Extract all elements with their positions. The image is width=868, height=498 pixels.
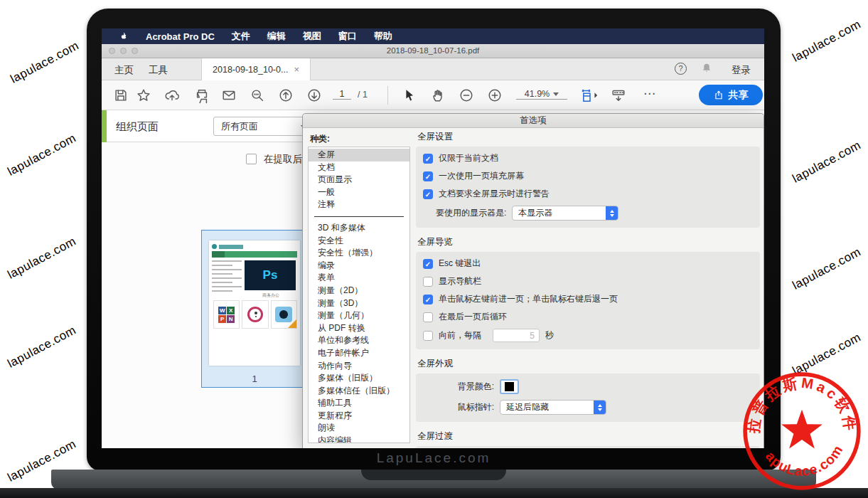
watermark: lapulace.com	[791, 17, 864, 65]
auto-advance-label: 向前，每隔	[439, 329, 481, 341]
mouse-cursor-dropdown[interactable]: 延迟后隐藏	[500, 400, 606, 415]
checkbox-esc-exit[interactable]: ✓	[423, 259, 433, 269]
previous-view-icon[interactable]	[278, 88, 294, 103]
page-thumbnail-selected[interactable]: Ps 商务办公 W X P N	[201, 230, 308, 388]
category-item[interactable]: 测量（3D）	[309, 297, 409, 310]
watermark: lapulace.com	[791, 138, 864, 186]
section-title-fullscreen-setup: 全屏设置	[417, 131, 760, 143]
tab-document[interactable]: 2018-09-18_10-0... ×	[201, 58, 311, 80]
watermark: lapulace.com	[6, 234, 79, 282]
page-range-dropdown[interactable]: 所有页面	[213, 117, 313, 136]
category-item[interactable]: 3D 和多媒体	[309, 222, 409, 235]
photoshop-banner: Ps	[245, 260, 296, 290]
menu-help[interactable]: 帮助	[374, 30, 392, 43]
checkbox-show-navbar[interactable]	[423, 277, 433, 287]
category-item[interactable]: 更新程序	[309, 410, 409, 423]
tab-close-icon[interactable]: ×	[294, 64, 299, 75]
cloud-upload-icon[interactable]	[164, 88, 180, 103]
fullscreen-appearance-group: 背景颜色: 鼠标指针: 延迟后隐藏	[416, 374, 760, 422]
checkbox-label: 文档要求全屏显示时进行警告	[439, 188, 550, 200]
bell-icon[interactable]	[700, 62, 713, 75]
more-tools-button[interactable]: ⋯	[643, 86, 656, 101]
tab-home[interactable]: 主页	[114, 64, 134, 77]
background-color-swatch[interactable]	[500, 379, 519, 394]
category-item[interactable]: 测量（几何）	[309, 309, 409, 322]
select-tool-icon[interactable]	[402, 88, 417, 103]
category-item[interactable]: 从 PDF 转换	[309, 322, 409, 335]
fullscreen-navigation-group: ✓Esc 键退出 显示导航栏 ✓单击鼠标左键前进一页；单击鼠标右键后退一页 在最…	[416, 252, 760, 349]
share-label: 共享	[729, 89, 749, 102]
zoom-out-icon[interactable]	[459, 88, 474, 103]
background-color-label: 背景颜色:	[449, 381, 494, 393]
category-item[interactable]: 电子邮件帐户	[309, 347, 409, 360]
category-item[interactable]: 安全性（增强）	[309, 247, 409, 260]
category-item-selected[interactable]: 全屏	[309, 149, 409, 161]
auto-advance-seconds-input[interactable]: 5	[493, 329, 540, 342]
page-scroll-mode-icon[interactable]	[579, 88, 601, 103]
star-icon[interactable]	[136, 88, 151, 103]
section-title-fullscreen-transitions: 全屏过渡	[417, 430, 760, 443]
page-number-input[interactable]: 1	[333, 89, 351, 100]
extract-option-checkbox[interactable]	[246, 154, 257, 164]
seconds-label: 秒	[545, 329, 554, 341]
category-item[interactable]: 页面显示	[309, 174, 409, 186]
monitor-dropdown[interactable]: 本显示器	[512, 206, 618, 221]
checkbox-alert-fullscreen-request[interactable]: ✓	[423, 189, 433, 199]
stepper-icon	[594, 401, 606, 414]
hand-tool-icon[interactable]	[430, 88, 446, 103]
category-item[interactable]: 文档	[309, 161, 409, 174]
laptop-lid-notch	[361, 470, 506, 480]
email-icon[interactable]	[221, 88, 237, 103]
menu-window[interactable]: 窗口	[338, 30, 357, 43]
checkbox-current-doc-only[interactable]: ✓	[423, 154, 433, 164]
category-item[interactable]: 编录	[309, 260, 409, 272]
preferences-dialog: 首选项 种类: 全屏 文档 页面显示 一般 注释 3D 和多媒体 安全性 安全性…	[302, 113, 764, 448]
category-item[interactable]: 单位和参考线	[309, 334, 409, 347]
checkbox-label: 一次使用一页填充屏幕	[439, 170, 524, 182]
category-item[interactable]: 多媒体信任（旧版）	[309, 385, 409, 398]
zoom-level-dropdown[interactable]: 41.9%	[516, 89, 567, 100]
chevron-down-icon	[553, 92, 559, 96]
category-item[interactable]: 动作向导	[309, 360, 409, 373]
print-icon[interactable]	[194, 88, 210, 103]
tab-bar: 主页 工具 2018-09-18_10-0... × ? 登录	[102, 58, 764, 80]
save-icon[interactable]	[113, 88, 129, 103]
next-view-icon[interactable]	[306, 88, 322, 103]
menu-file[interactable]: 文件	[232, 30, 250, 43]
menu-view[interactable]: 视图	[303, 30, 321, 43]
categories-list: 全屏 文档 页面显示 一般 注释 3D 和多媒体 安全性 安全性（增强） 编录 …	[308, 147, 410, 443]
sign-in-button[interactable]: 登录	[732, 64, 751, 77]
category-item[interactable]: 注释	[309, 198, 409, 211]
checkbox-fill-screen-one-page[interactable]: ✓	[423, 171, 433, 181]
categories-label: 种类:	[310, 133, 330, 145]
section-title-fullscreen-navigation: 全屏导览	[417, 236, 760, 248]
screen: Acrobat Pro DC 文件 编辑 视图 窗口 帮助 2018-09-18…	[102, 28, 764, 448]
menu-app-name[interactable]: Acrobat Pro DC	[146, 31, 215, 42]
category-item[interactable]: 多媒体（旧版）	[309, 372, 409, 385]
share-button[interactable]: 共享	[699, 85, 763, 105]
checkbox-label: 仅限于当前文档	[439, 152, 498, 164]
zoom-in-icon[interactable]	[487, 88, 503, 103]
search-icon[interactable]	[250, 88, 265, 103]
checkbox-click-advance[interactable]: ✓	[423, 295, 433, 304]
dialog-title: 首选项	[303, 114, 763, 128]
category-item[interactable]: 朗读	[309, 422, 409, 435]
lock-icon	[247, 307, 263, 322]
category-item[interactable]: 安全性	[309, 235, 409, 248]
bezel-brand-text: LapuLace.com	[87, 450, 781, 466]
menu-edit[interactable]: 编辑	[267, 30, 286, 43]
category-item[interactable]: 辅助工具	[309, 397, 409, 410]
category-item[interactable]: 一般	[309, 186, 409, 199]
checkbox-auto-advance[interactable]	[423, 331, 433, 341]
organize-accent-bar	[102, 110, 107, 142]
category-item[interactable]: 表单	[309, 272, 409, 285]
star-icon	[781, 410, 823, 449]
category-item[interactable]: 内容编辑	[309, 435, 409, 443]
tab-tools[interactable]: 工具	[149, 64, 168, 77]
touchbar-icon[interactable]	[611, 88, 626, 103]
tab-document-label: 2018-09-18_10-0...	[213, 65, 288, 75]
category-item[interactable]: 测量（2D）	[309, 285, 409, 297]
checkbox-loop-after-last[interactable]	[423, 312, 433, 322]
help-icon[interactable]: ?	[675, 63, 687, 75]
apple-logo-icon[interactable]	[119, 31, 129, 42]
